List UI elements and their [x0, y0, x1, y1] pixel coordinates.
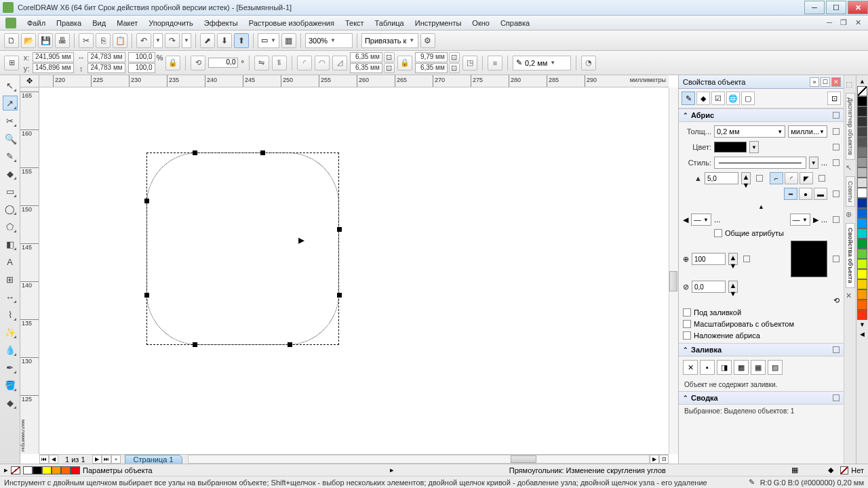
ruler-origin[interactable]: ✥: [20, 75, 39, 87]
color-swatch[interactable]: [857, 279, 867, 289]
minimize-button[interactable]: ─: [804, 1, 825, 14]
menu-layout[interactable]: Макет: [111, 18, 143, 28]
color-swatch[interactable]: [857, 269, 867, 279]
crop-tool[interactable]: ✂: [3, 113, 18, 128]
default-button[interactable]: ⟲: [833, 296, 840, 305]
corner-lock-icon[interactable]: 🔒: [397, 56, 412, 70]
object-manager-tab[interactable]: Диспетчер объектов: [846, 93, 855, 160]
summary-section-header[interactable]: ⌃ Сводка: [679, 391, 844, 405]
color-swatch[interactable]: [857, 157, 867, 167]
corner-round-button[interactable]: ◜: [785, 172, 798, 184]
outline-tab[interactable]: ✎: [682, 92, 695, 105]
palette-down-arrow[interactable]: ▼: [859, 320, 865, 329]
color-proof-icon[interactable]: ▦: [791, 466, 798, 474]
height-field[interactable]: 24,783 мм: [87, 63, 125, 73]
lock-icon[interactable]: [743, 256, 750, 262]
copy-button[interactable]: ⎘: [96, 33, 111, 48]
to-curves-button[interactable]: ◔: [581, 56, 596, 70]
dimension-tool[interactable]: ↔: [3, 289, 18, 304]
color-swatch[interactable]: [857, 300, 867, 310]
canvas-viewport[interactable]: ▸: [39, 87, 669, 454]
docker-collapse-button[interactable]: »: [810, 77, 819, 87]
welcome-button[interactable]: ▦: [281, 33, 296, 48]
vertical-scrollbar[interactable]: [669, 87, 678, 454]
new-button[interactable]: 🗋: [4, 33, 19, 48]
lock-icon[interactable]: [756, 175, 763, 182]
stretch-field[interactable]: [692, 253, 726, 265]
text-wrap-button[interactable]: ≡: [488, 56, 502, 70]
lock-icon[interactable]: [833, 190, 840, 197]
node-handle[interactable]: [144, 199, 149, 203]
menu-table[interactable]: Таблица: [370, 18, 410, 28]
menu-tools[interactable]: Инструменты: [410, 18, 467, 28]
pattern-fill-button[interactable]: ▩: [734, 360, 749, 375]
basic-shapes-tool[interactable]: ◧: [3, 237, 18, 251]
snap-combo[interactable]: Привязать к▼: [361, 33, 418, 48]
smart-fill-tool[interactable]: ◆: [3, 166, 18, 181]
docker-close-button[interactable]: ✕: [831, 77, 841, 87]
palette-expand-arrow[interactable]: ◀: [860, 329, 865, 339]
undo-dropdown[interactable]: ▼: [153, 33, 163, 48]
freehand-tool[interactable]: ✎: [3, 148, 18, 163]
color-swatch[interactable]: [857, 249, 867, 259]
paste-button[interactable]: 📋: [113, 33, 127, 48]
outline-color-swatch[interactable]: [714, 142, 747, 152]
summary-tab[interactable]: ▢: [741, 92, 755, 105]
menu-file[interactable]: Файл: [22, 18, 51, 28]
eyedropper-tool[interactable]: 💧: [3, 342, 18, 357]
miter-spinner[interactable]: ▲▼: [741, 172, 751, 184]
mini-palette-none[interactable]: [11, 466, 20, 474]
lock-icon[interactable]: [833, 144, 840, 150]
color-swatch[interactable]: [857, 178, 867, 188]
menu-view[interactable]: Вид: [87, 18, 111, 28]
maximize-button[interactable]: ☐: [826, 1, 846, 14]
miter-field[interactable]: [705, 172, 738, 184]
line-style-dropdown[interactable]: ▼: [809, 157, 818, 169]
status-caret-icon[interactable]: ▸: [390, 466, 394, 474]
horizontal-ruler[interactable]: миллиметры 22022523023524024525025526026…: [39, 75, 669, 87]
polygon-tool[interactable]: ⬠: [3, 219, 18, 234]
hints-tab[interactable]: Советы: [846, 176, 855, 207]
export-button[interactable]: ⬆: [234, 33, 249, 48]
corner-bl-field[interactable]: 6,35 мм: [350, 63, 382, 73]
page-tab-1[interactable]: Страница 1: [125, 455, 182, 464]
node-handle[interactable]: [337, 227, 342, 232]
star-icon[interactable]: ⊛: [846, 210, 855, 220]
lock-icon[interactable]: [833, 128, 840, 135]
color-swatch[interactable]: [857, 259, 867, 269]
corner-br-field[interactable]: 6,35 мм: [415, 63, 448, 73]
zoom-combo[interactable]: 300%▼: [305, 33, 353, 48]
color-swatch[interactable]: [857, 96, 867, 106]
add-page-button[interactable]: ＋: [111, 455, 121, 464]
first-page-button[interactable]: ⏮: [39, 455, 49, 464]
corner-link-icon-1[interactable]: ⊡: [384, 52, 395, 62]
close-tab-icon[interactable]: ✕: [846, 291, 855, 301]
pick-tool[interactable]: ↖: [3, 78, 18, 93]
collapse-arrow-icon[interactable]: ▲: [683, 203, 840, 210]
vertical-ruler[interactable]: миллиметры 165160155150145140135130125: [20, 87, 39, 454]
outline-color-dropdown[interactable]: ▼: [749, 141, 759, 153]
start-arrow-more[interactable]: ...: [714, 216, 720, 224]
print-button[interactable]: 🖶: [55, 33, 70, 48]
transparency-tab[interactable]: ☑: [711, 92, 725, 105]
pick-icon[interactable]: ↖: [846, 163, 855, 173]
angle-field[interactable]: 0,0: [208, 58, 238, 68]
mini-color-swatch[interactable]: [71, 466, 80, 474]
play-icon[interactable]: ▸: [4, 466, 8, 474]
menu-text[interactable]: Текст: [340, 18, 370, 28]
section-toggle-icon[interactable]: [833, 112, 840, 119]
color-swatch[interactable]: [857, 218, 867, 228]
outline-section-header[interactable]: ⌃ Абрис: [679, 108, 844, 122]
prev-page-button[interactable]: ◀: [49, 455, 58, 464]
fill-section-header[interactable]: ⌃ Заливка: [679, 343, 844, 357]
lock-ratio-icon[interactable]: 🔒: [165, 56, 180, 70]
color-swatch[interactable]: [857, 167, 867, 178]
child-restore[interactable]: ❐: [837, 18, 850, 27]
interactive-tool[interactable]: ✨: [3, 325, 18, 340]
behind-fill-checkbox[interactable]: [683, 308, 691, 317]
import-button[interactable]: ⬇: [217, 33, 232, 48]
outline-tool[interactable]: ✒: [3, 360, 18, 375]
fill-tool[interactable]: 🪣: [3, 378, 18, 392]
scale-x-field[interactable]: 100,0: [128, 52, 155, 62]
last-page-button[interactable]: ⏭: [102, 455, 111, 464]
